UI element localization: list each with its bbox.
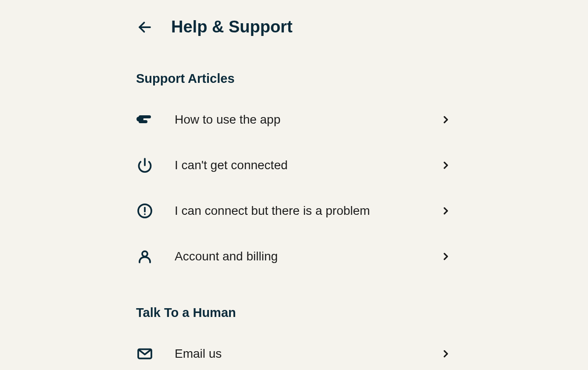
row-label: I can connect but there is a problem [175, 204, 419, 218]
row-email-us[interactable]: Email us [136, 331, 452, 370]
row-how-to-use-app[interactable]: How to use the app [136, 97, 452, 142]
row-cant-get-connected[interactable]: I can't get connected [136, 142, 452, 188]
section-talk-to-human: Talk To a Human Email us [118, 306, 470, 370]
page-header: Help & Support [118, 0, 470, 45]
row-label: Email us [175, 347, 419, 361]
help-support-page: Help & Support Support Articles How to u… [118, 0, 470, 370]
chevron-right-icon [440, 250, 452, 263]
chevron-right-icon [440, 159, 452, 171]
page-title: Help & Support [171, 18, 293, 36]
chevron-right-icon [440, 205, 452, 217]
chevron-right-icon [440, 114, 452, 126]
app-logo-icon [136, 111, 154, 128]
row-connect-but-problem[interactable]: I can connect but there is a problem [136, 188, 452, 234]
section-title-support-articles: Support Articles [136, 71, 452, 86]
alert-circle-icon [136, 202, 154, 220]
mail-icon [136, 345, 154, 363]
chevron-right-icon [440, 348, 452, 360]
row-label: Account and billing [175, 249, 419, 263]
section-support-articles: Support Articles How to use the app [118, 71, 470, 279]
arrow-left-icon [137, 19, 153, 35]
section-title-talk-to-human: Talk To a Human [136, 306, 452, 320]
svg-point-8 [142, 251, 147, 256]
user-icon [136, 248, 154, 265]
back-button[interactable] [136, 18, 154, 36]
row-label: I can't get connected [175, 158, 419, 172]
row-account-billing[interactable]: Account and billing [136, 234, 452, 279]
power-icon [136, 157, 154, 174]
row-label: How to use the app [175, 113, 419, 127]
svg-rect-3 [136, 117, 143, 121]
